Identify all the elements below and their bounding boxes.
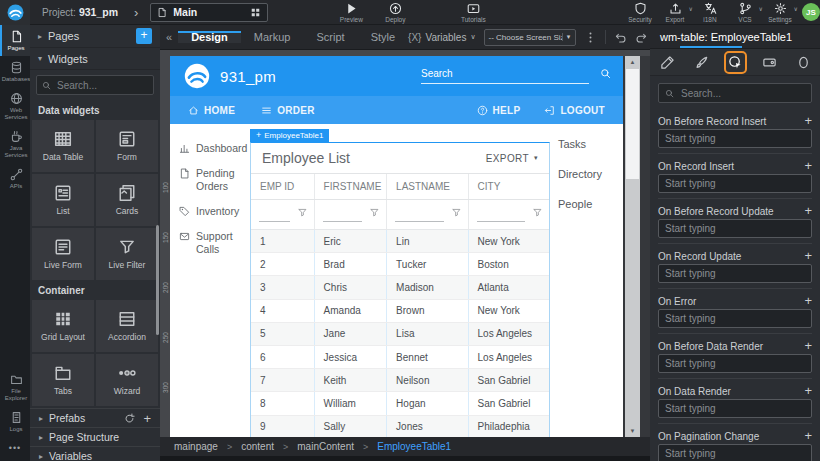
- search-icon[interactable]: [600, 68, 611, 79]
- rail-item-apis[interactable]: APIs: [0, 163, 30, 194]
- wavemaker-logo[interactable]: [0, 0, 30, 25]
- column-header-firstname[interactable]: FIRSTNAME: [315, 174, 388, 199]
- rail-more-button[interactable]: •••: [0, 437, 30, 461]
- inspector-tab-ring-tab[interactable]: [786, 55, 820, 70]
- palette-row-prefabs[interactable]: Prefabs: [30, 408, 160, 427]
- filter-input[interactable]: [395, 221, 443, 222]
- widget-tile-list[interactable]: List: [32, 174, 94, 226]
- rail-item-file-explorer[interactable]: File Explorer: [0, 368, 30, 406]
- table-row[interactable]: 6JessicaBennetLos Angeles: [251, 346, 549, 369]
- screen-size-select[interactable]: -- Choose Screen Size --: [484, 29, 576, 46]
- widget-tile-live-form[interactable]: Live Form: [32, 228, 94, 280]
- page-selector[interactable]: Main: [150, 3, 268, 22]
- column-header-lastname[interactable]: LASTNAME: [387, 174, 468, 199]
- app-nav-home[interactable]: HOME: [188, 105, 235, 116]
- inspector-tab-events-tab[interactable]: [718, 55, 752, 70]
- app-nav-order[interactable]: ORDER: [261, 105, 315, 116]
- table-row[interactable]: 7KeithNeilsonSan Gabriel: [251, 369, 549, 392]
- column-header-emp-id[interactable]: EMP ID: [251, 174, 315, 199]
- widget-tile-live-filter[interactable]: Live Filter: [96, 228, 158, 280]
- add-event-button[interactable]: [804, 116, 812, 126]
- tab-style[interactable]: Style: [358, 31, 408, 43]
- redo-button[interactable]: [635, 31, 648, 44]
- breadcrumb-item[interactable]: mainContent: [297, 441, 354, 452]
- filter-input[interactable]: [323, 221, 363, 222]
- rail-item-pages[interactable]: Pages: [0, 25, 30, 56]
- table-row[interactable]: 5JaneLisaLos Angeles: [251, 323, 549, 346]
- tab-script[interactable]: Script: [304, 31, 358, 43]
- rail-item-logs[interactable]: Logs: [0, 406, 30, 437]
- column-header-city[interactable]: CITY: [469, 174, 549, 199]
- add-page-button[interactable]: [136, 28, 152, 44]
- event-input[interactable]: [658, 129, 812, 148]
- security-button[interactable]: Security: [626, 2, 654, 23]
- deploy-button[interactable]: Deploy: [378, 2, 412, 23]
- table-row[interactable]: 3ChrisMadisonAtlanta: [251, 276, 549, 299]
- widget-tile-data-table[interactable]: Data Table: [32, 120, 94, 172]
- event-input[interactable]: [658, 399, 812, 418]
- export-button[interactable]: EXPORT: [486, 153, 538, 164]
- widget-tile-tabs[interactable]: Tabs: [32, 354, 94, 406]
- filter-cell[interactable]: [315, 200, 388, 229]
- tab-markup[interactable]: Markup: [241, 31, 304, 43]
- app-nav-logout[interactable]: LOGOUT: [544, 105, 605, 116]
- app-link-directory[interactable]: Directory: [558, 168, 615, 180]
- event-input[interactable]: [658, 309, 812, 328]
- breadcrumb-item[interactable]: mainpage: [174, 441, 218, 452]
- settings-button[interactable]: Settings: [766, 2, 794, 23]
- more-options-icon[interactable]: [584, 31, 597, 44]
- table-row[interactable]: 2BradTuckerBoston: [251, 253, 549, 276]
- add-event-button[interactable]: [804, 206, 812, 216]
- add-event-button[interactable]: [804, 161, 812, 171]
- property-search-input[interactable]: [679, 87, 805, 100]
- export-button[interactable]: Export: [661, 2, 689, 23]
- vcs-button[interactable]: VCS: [731, 2, 759, 23]
- rail-item-java-services[interactable]: Java Services: [0, 125, 30, 163]
- breadcrumb-item[interactable]: content: [241, 441, 274, 452]
- table-row[interactable]: 1EricLinNew York: [251, 230, 549, 253]
- add-event-button[interactable]: [804, 251, 812, 261]
- table-row[interactable]: 9SallyJonesPhiladephia: [251, 416, 549, 438]
- table-row[interactable]: 8WilliamHoganSan Gabriel: [251, 392, 549, 415]
- tab-design[interactable]: Design: [178, 31, 241, 43]
- widgets-section-header[interactable]: Widgets: [30, 48, 160, 70]
- widget-selection-tag[interactable]: EmployeeTable1: [250, 129, 329, 142]
- undo-button[interactable]: [614, 31, 627, 44]
- palette-row-page-structure[interactable]: Page Structure: [30, 427, 160, 446]
- add-event-button[interactable]: [804, 386, 812, 396]
- add-event-button[interactable]: [804, 296, 812, 306]
- filter-input[interactable]: [259, 221, 290, 222]
- widget-tile-cards[interactable]: Cards: [96, 174, 158, 226]
- palette-scrollbar[interactable]: [156, 225, 159, 335]
- event-input[interactable]: [658, 354, 812, 373]
- app-search-input[interactable]: Search: [421, 66, 589, 84]
- widget-tile-form[interactable]: Form: [96, 120, 158, 172]
- app-link-people[interactable]: People: [558, 198, 615, 210]
- collapse-panel-icon[interactable]: [160, 31, 178, 43]
- user-avatar[interactable]: JS: [802, 3, 820, 21]
- rail-item-web-services[interactable]: Web Services: [0, 87, 30, 125]
- grid-icon[interactable]: [250, 7, 261, 18]
- scroll-up-icon[interactable]: [625, 59, 640, 65]
- widget-search-input[interactable]: [55, 79, 148, 92]
- add-prefab-button[interactable]: [143, 411, 151, 426]
- table-row[interactable]: 4AmandaBrownNew York: [251, 300, 549, 323]
- scroll-down-icon[interactable]: [625, 428, 640, 434]
- filter-cell[interactable]: [251, 200, 315, 229]
- add-event-button[interactable]: [804, 341, 812, 351]
- app-menu-pending-orders[interactable]: Pending Orders: [170, 161, 250, 199]
- preview-button[interactable]: Preview: [334, 2, 368, 23]
- filter-cell[interactable]: [469, 200, 549, 229]
- inspector-tab-pencil-tab[interactable]: [650, 55, 684, 70]
- canvas-scrollbar[interactable]: [625, 56, 640, 437]
- inspector-tab-device-tab[interactable]: [752, 55, 786, 70]
- app-link-tasks[interactable]: Tasks: [558, 138, 615, 150]
- app-menu-support-calls[interactable]: Support Calls: [170, 224, 250, 262]
- event-input[interactable]: [658, 444, 812, 461]
- inspector-tab-brush-tab[interactable]: [684, 55, 718, 70]
- widget-tile-accordion[interactable]: Accordion: [96, 300, 158, 352]
- widget-tile-grid-layout[interactable]: Grid Layout: [32, 300, 94, 352]
- palette-row-variables[interactable]: Variables: [30, 446, 160, 461]
- filter-input[interactable]: [477, 221, 525, 222]
- widget-tile-wizard[interactable]: Wizard: [96, 354, 158, 406]
